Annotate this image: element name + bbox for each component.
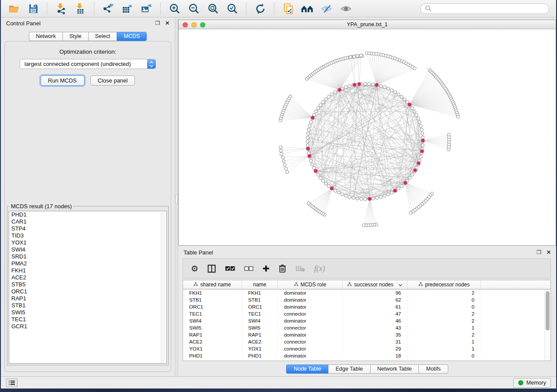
app-window: Control Panel ❐ ✕ NetworkStyleSelectMCDS… — [1, 0, 556, 389]
search-input[interactable] — [435, 5, 544, 12]
zoom-in-icon[interactable] — [166, 2, 183, 16]
table-row[interactable]: SWI5SWI5connector431 — [183, 324, 550, 331]
float-panel-icon[interactable]: ❐ — [155, 21, 160, 26]
deselect-all-icon[interactable] — [244, 263, 253, 274]
table-cell: 29 — [343, 345, 408, 352]
list-item[interactable]: ORC1 — [9, 288, 166, 295]
run-mcds-button[interactable]: Run MCDS — [41, 76, 84, 86]
table-cell: SWI4 — [183, 317, 242, 324]
close-light-icon[interactable] — [183, 22, 188, 28]
column-header-MCDS-role[interactable]: MCDS role — [278, 280, 343, 289]
export-network-icon[interactable] — [100, 2, 117, 16]
list-item[interactable]: STB1 — [9, 302, 166, 309]
list-item[interactable]: ACE2 — [9, 274, 166, 281]
tab-network-table[interactable]: Network Table — [370, 364, 419, 374]
select-stepper-icon — [147, 59, 156, 69]
table-row[interactable]: YOX1YOX1connector291 — [183, 345, 550, 352]
table-row[interactable]: ACE2ACE2connector311 — [183, 338, 550, 345]
list-item[interactable]: STB5 — [9, 281, 166, 288]
zoom-out-icon[interactable] — [185, 2, 203, 16]
export-table-icon[interactable] — [119, 2, 136, 16]
refresh-icon[interactable] — [252, 2, 269, 16]
list-item[interactable]: RAP1 — [9, 295, 166, 302]
import-network-icon[interactable] — [52, 2, 70, 16]
close-panel-button[interactable]: Close panel — [90, 76, 135, 86]
clone-network-icon[interactable] — [280, 2, 297, 16]
table-cell-filler — [481, 338, 550, 345]
column-header-predecessor-nodes[interactable]: predecessor nodes — [408, 280, 481, 289]
list-item[interactable]: GCR1 — [9, 323, 166, 330]
shared-column-icon — [294, 282, 298, 288]
tab-node-table[interactable]: Node Table — [286, 364, 328, 374]
table-cell: STB1 — [183, 296, 242, 303]
criterion-select[interactable]: largest connected component (undirected) — [20, 59, 156, 69]
table-row[interactable]: STB1STB1dominator620 — [183, 296, 550, 303]
list-item[interactable]: CAR1 — [9, 218, 166, 225]
tab-mcds[interactable]: MCDS — [117, 32, 147, 41]
network-canvas[interactable] — [179, 30, 556, 245]
table-cell: FKH1 — [242, 289, 278, 296]
tab-network[interactable]: Network — [29, 32, 62, 41]
table-settings-gear-icon[interactable]: ⚙ — [191, 263, 198, 274]
table-row[interactable]: RAP1RAP1dominator352 — [183, 331, 550, 338]
close-panel-icon[interactable]: ✕ — [165, 21, 170, 26]
export-image-icon[interactable] — [138, 2, 156, 16]
zoom-light-icon[interactable] — [200, 22, 205, 28]
show-columns-icon[interactable] — [208, 263, 216, 274]
float-table-panel-icon[interactable]: ❐ — [536, 250, 541, 255]
vertical-splitter[interactable] — [175, 17, 178, 376]
status-bar: Memory — [1, 376, 556, 389]
column-header-successor-nodes[interactable]: successor nodes — [343, 280, 408, 289]
list-item[interactable]: PHD1 — [9, 211, 166, 218]
table-body: FKH1FKH1dominator962STB1STB1dominator620… — [183, 289, 550, 359]
list-item[interactable]: SWI4 — [9, 246, 166, 253]
hide-selected-icon[interactable] — [318, 2, 336, 16]
table-scrollbar[interactable] — [544, 289, 550, 361]
table-cell-filler — [481, 345, 550, 352]
zoom-fit-icon[interactable] — [204, 2, 222, 16]
list-item[interactable]: PMA2 — [9, 260, 166, 267]
table-scrollbar-thumb[interactable] — [546, 291, 550, 330]
list-item[interactable]: FKH1 — [9, 267, 166, 274]
function-builder-icon: f(x) — [314, 263, 325, 274]
table-cell: 1 — [408, 338, 481, 345]
table-cell: 62 — [343, 296, 408, 303]
add-column-plus-icon[interactable]: ✚ — [263, 263, 270, 274]
list-item[interactable]: TEC1 — [9, 316, 166, 323]
tab-select[interactable]: Select — [88, 32, 117, 41]
table-row[interactable]: FKH1FKH1dominator962 — [183, 289, 550, 296]
table-cell: connector — [278, 338, 343, 345]
list-item[interactable]: SRD1 — [9, 253, 166, 260]
list-item[interactable]: TID3 — [9, 232, 166, 239]
zoom-selected-icon[interactable] — [224, 2, 241, 16]
list-item[interactable]: SWI5 — [9, 309, 166, 316]
minimize-light-icon[interactable] — [191, 22, 197, 28]
select-all-icon[interactable] — [225, 263, 235, 274]
memory-button[interactable]: Memory — [513, 378, 551, 388]
import-table-icon[interactable] — [72, 2, 89, 16]
list-item[interactable]: STP4 — [9, 225, 166, 232]
first-neighbors-icon[interactable] — [299, 2, 316, 16]
table-row[interactable]: TEC1TEC1connector472 — [183, 310, 550, 317]
mcds-list-scrollbar[interactable] — [161, 212, 166, 363]
column-header-name[interactable]: name — [242, 280, 278, 289]
open-session-icon[interactable] — [5, 2, 23, 16]
list-item[interactable]: YOX1 — [9, 239, 166, 246]
close-table-panel-icon[interactable]: ✕ — [547, 250, 551, 255]
tab-style[interactable]: Style — [62, 32, 88, 41]
delete-rows-trash-icon[interactable] — [279, 263, 286, 274]
table-cell: 2 — [408, 317, 481, 324]
show-panels-list-icon[interactable] — [6, 378, 17, 387]
tab-motifs[interactable]: Motifs — [419, 364, 448, 374]
mcds-result-list: PHD1CAR1STP4TID3YOX1SWI4SRD1PMA2FKH1ACE2… — [9, 211, 167, 364]
column-header-shared-name[interactable]: shared name — [183, 280, 242, 289]
table-cell: connector — [278, 310, 343, 317]
table-row[interactable]: PHD1PHD1dominator180 — [183, 352, 550, 359]
table-row[interactable]: SWI4SWI4dominator462 — [183, 317, 550, 324]
splitter-handle-icon[interactable] — [175, 194, 178, 204]
save-session-icon[interactable] — [24, 2, 42, 16]
show-all-icon[interactable] — [337, 2, 355, 16]
tab-edge-table[interactable]: Edge Table — [328, 364, 370, 374]
table-row[interactable]: ORC1ORC1dominator610 — [183, 303, 550, 310]
delete-column-icon — [295, 263, 305, 274]
